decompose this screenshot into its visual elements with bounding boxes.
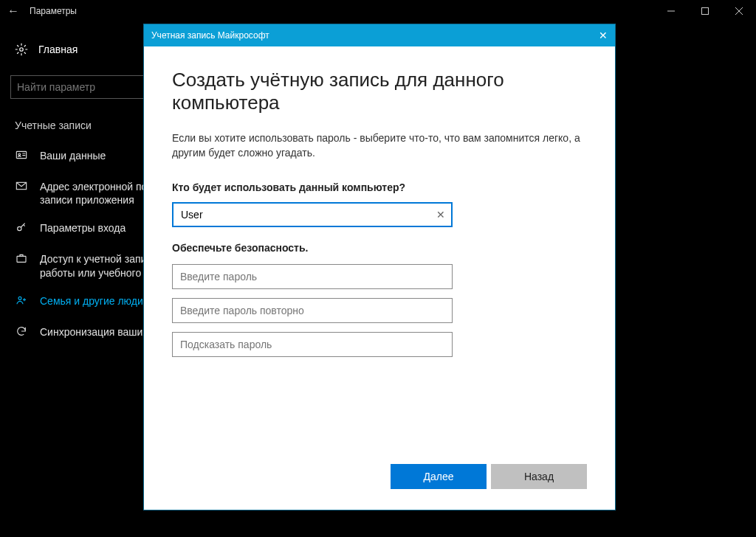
window-controls [654,0,756,22]
svg-rect-11 [17,257,26,263]
username-field-container: ✕ [172,202,453,227]
svg-rect-7 [16,151,26,158]
page-title: Создать учётную запись для данного компь… [172,69,587,114]
account-dialog: Учетная запись Майкрософт ✕ Создать учёт… [143,24,616,510]
gear-icon [15,43,28,56]
page-description: Если вы хотите использовать пароль - выб… [172,131,587,161]
security-label: Обеспечьте безопасность. [172,242,587,254]
password-confirm-input[interactable] [173,299,452,322]
sidebar-item-label: Ваши данные [40,149,106,162]
dialog-footer: Далее Назад [144,464,615,510]
back-icon[interactable]: ← [7,4,19,18]
password-field-container [172,264,453,289]
password-hint-field-container [172,332,453,357]
close-button[interactable] [722,0,756,22]
window-title: Параметры [30,6,77,16]
back-button[interactable]: Назад [491,464,587,489]
sidebar-item-label: Параметры входа [40,221,126,235]
svg-point-8 [18,153,21,156]
svg-point-4 [20,48,24,52]
username-input[interactable] [173,204,451,226]
people-add-icon [15,294,28,306]
next-button[interactable]: Далее [391,464,487,489]
svg-rect-1 [702,8,709,15]
password-confirm-field-container [172,298,453,323]
dialog-title: Учетная запись Майкрософт [151,30,269,41]
briefcase-icon [15,252,28,264]
password-hint-input[interactable] [173,333,452,356]
minimize-button[interactable] [654,0,688,22]
sidebar-item-label: Семья и другие люди [40,294,143,308]
person-card-icon [15,149,28,161]
close-icon[interactable]: ✕ [599,30,608,41]
password-input[interactable] [173,265,452,288]
svg-point-10 [18,227,21,231]
dialog-body: Создать учётную запись для данного компь… [144,46,615,464]
clear-icon[interactable]: ✕ [436,209,445,221]
dialog-titlebar: Учетная запись Майкрософт ✕ [144,24,615,46]
key-icon [15,221,28,233]
svg-point-12 [18,297,21,299]
sync-icon [15,325,28,337]
app-titlebar: ← Параметры [0,0,756,22]
maximize-button[interactable] [688,0,722,22]
home-label: Главная [38,44,78,55]
email-icon [15,180,28,192]
username-label: Кто будет использовать данный компьютер? [172,181,587,193]
